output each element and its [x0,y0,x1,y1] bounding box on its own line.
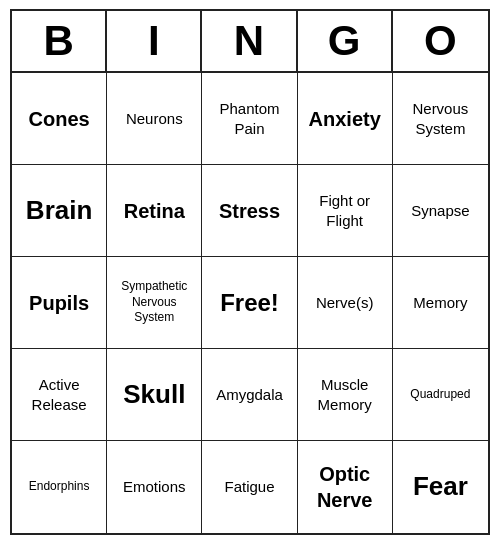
bingo-cell: Sympathetic Nervous System [107,257,202,349]
bingo-cell: Pupils [12,257,107,349]
bingo-cell: Retina [107,165,202,257]
bingo-cell: Nerve(s) [298,257,393,349]
bingo-cell: Optic Nerve [298,441,393,533]
bingo-cell: Brain [12,165,107,257]
bingo-cell: Free! [202,257,297,349]
header-letter: G [298,11,393,71]
bingo-cell: Active Release [12,349,107,441]
bingo-cell: Anxiety [298,73,393,165]
bingo-header: BINGO [12,11,488,73]
bingo-cell: Neurons [107,73,202,165]
bingo-cell: Endorphins [12,441,107,533]
header-letter: N [202,11,297,71]
header-letter: B [12,11,107,71]
bingo-cell: Fight or Flight [298,165,393,257]
bingo-cell: Stress [202,165,297,257]
bingo-card: BINGO ConesNeuronsPhantom PainAnxietyNer… [10,9,490,535]
header-letter: O [393,11,488,71]
bingo-cell: Nervous System [393,73,488,165]
bingo-cell: Memory [393,257,488,349]
bingo-cell: Synapse [393,165,488,257]
bingo-cell: Cones [12,73,107,165]
bingo-cell: Quadruped [393,349,488,441]
bingo-cell: Emotions [107,441,202,533]
bingo-grid: ConesNeuronsPhantom PainAnxietyNervous S… [12,73,488,533]
bingo-cell: Phantom Pain [202,73,297,165]
bingo-cell: Fatigue [202,441,297,533]
header-letter: I [107,11,202,71]
bingo-cell: Amygdala [202,349,297,441]
bingo-cell: Skull [107,349,202,441]
bingo-cell: Fear [393,441,488,533]
bingo-cell: Muscle Memory [298,349,393,441]
